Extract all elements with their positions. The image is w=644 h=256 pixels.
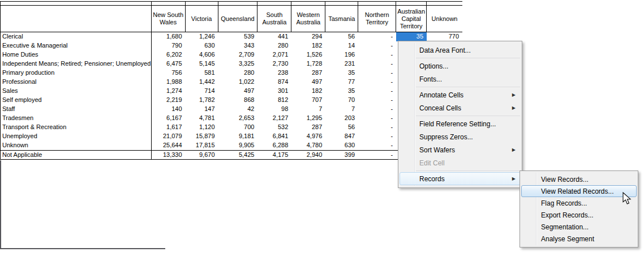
table-cell[interactable]: 203 [325,114,358,123]
table-cell[interactable]: 707 [291,96,325,105]
table-cell[interactable]: 147 [186,105,218,114]
row-label[interactable]: Clerical [1,32,152,41]
table-cell[interactable]: 56 [325,32,358,41]
table-cell[interactable]: 238 [257,69,291,78]
table-cell[interactable]: 2,653 [218,114,258,123]
table-cell[interactable]: 1,617 [152,123,186,132]
table-cell[interactable]: 2,219 [152,96,186,105]
table-cell[interactable]: 399 [325,151,358,159]
table-cell[interactable]: 497 [291,78,325,87]
column-header-victoria[interactable]: Victoria [186,6,218,32]
row-label[interactable]: Tradesmen [1,114,152,123]
table-cell[interactable]: - [358,41,396,50]
column-header-tasmania[interactable]: Tasmania [325,6,358,32]
submenu-item-export-records[interactable]: Export Records... [521,209,637,221]
table-cell[interactable]: 756 [152,69,186,78]
table-cell[interactable]: - [358,141,396,150]
menu-item-suppress-zeros[interactable]: Suppress Zeros... [400,130,521,143]
table-cell[interactable]: 1,274 [152,87,186,96]
table-cell[interactable]: 1,442 [186,78,218,87]
table-cell[interactable]: 7 [325,105,358,114]
column-header-australian-capital-territory[interactable]: Australian Capital Territory [396,6,427,32]
table-cell[interactable]: 714 [186,87,218,96]
table-cell[interactable]: 21,079 [152,132,186,141]
table-cell[interactable]: 3,325 [218,59,258,69]
table-cell[interactable]: 9,905 [218,141,258,150]
table-cell[interactable]: 6,288 [257,141,291,150]
table-cell[interactable]: 231 [325,59,358,69]
menu-item-options[interactable]: Options... [400,59,521,72]
table-cell[interactable]: 1,120 [186,123,218,132]
row-label[interactable]: Sales [1,87,152,96]
table-cell[interactable]: 6,841 [257,132,291,141]
column-header-south-australia[interactable]: South Australia [257,6,291,32]
table-cell[interactable]: - [358,87,396,96]
table-cell[interactable]: 2,071 [257,50,291,59]
table-cell[interactable]: 4,781 [186,114,218,123]
table-cell[interactable]: 1,988 [152,78,186,87]
table-cell[interactable]: - [358,132,396,141]
row-label[interactable]: Not Applicable [1,151,152,159]
table-cell[interactable]: 2,127 [257,114,291,123]
table-cell[interactable]: - [358,69,396,78]
table-cell[interactable]: 15,879 [186,132,218,141]
table-cell[interactable]: 25,644 [152,141,186,150]
menu-item-annotate-cells[interactable]: Annotate Cells▶ [400,88,521,101]
table-cell[interactable]: 1,680 [152,32,186,41]
table-cell[interactable]: 9,670 [186,151,218,159]
table-cell[interactable]: 868 [218,96,258,105]
table-cell[interactable]: 441 [257,32,291,41]
table-cell[interactable]: 13,330 [152,151,186,159]
column-header-unknown[interactable]: Unknown [427,6,462,32]
table-cell[interactable]: 343 [218,41,258,50]
table-cell[interactable]: 497 [218,87,258,96]
table-cell[interactable]: 35 [325,69,358,78]
menu-item-records[interactable]: Records▶ [400,172,521,185]
row-label[interactable]: Professional [1,78,152,87]
menu-item-fonts[interactable]: Fonts... [400,72,521,86]
table-cell[interactable]: - [358,32,396,41]
submenu-item-view-related-records[interactable]: View Related Records... [521,185,637,197]
row-label[interactable]: Home Duties [1,50,152,59]
table-cell[interactable]: 182 [291,41,325,50]
table-cell[interactable]: 56 [325,123,358,132]
table-cell[interactable]: 581 [186,69,218,78]
table-cell[interactable]: 1,295 [291,114,325,123]
table-cell[interactable]: 1,728 [291,59,325,69]
table-cell[interactable]: 98 [257,105,291,114]
table-cell[interactable]: 6,202 [152,50,186,59]
table-cell[interactable]: 874 [257,78,291,87]
table-cell[interactable]: 5,425 [218,151,258,159]
table-cell[interactable]: 812 [257,96,291,105]
menu-item-sort-wafers[interactable]: Sort Wafers▶ [400,143,521,156]
submenu-item-view-records[interactable]: View Records... [521,173,637,185]
table-cell[interactable]: - [358,96,396,105]
row-label[interactable]: Primary production [1,69,152,78]
table-cell[interactable]: 287 [291,123,325,132]
row-label[interactable]: Self employed [1,96,152,105]
table-cell[interactable]: 630 [325,141,358,150]
row-label[interactable]: Staff [1,105,152,114]
row-label[interactable]: Unknown [1,141,152,150]
table-cell[interactable]: 4,976 [291,132,325,141]
table-cell[interactable]: 301 [257,87,291,96]
table-cell[interactable]: 140 [152,105,186,114]
table-cell[interactable]: 790 [152,41,186,50]
table-cell[interactable]: - [358,123,396,132]
table-cell[interactable]: - [358,50,396,59]
row-label[interactable]: Executive & Managerial [1,41,152,50]
table-cell[interactable]: 1,782 [186,96,218,105]
table-cell[interactable]: 35 [325,87,358,96]
table-cell[interactable]: 4,780 [291,141,325,150]
submenu-item-segmentation[interactable]: Segmentation... [521,221,637,233]
table-cell[interactable]: 287 [291,69,325,78]
table-cell[interactable]: 5,145 [186,59,218,69]
table-cell[interactable]: 2,709 [218,50,258,59]
table-cell[interactable]: 9,181 [218,132,258,141]
table-cell[interactable]: 2,730 [257,59,291,69]
table-cell[interactable]: 4,175 [257,151,291,159]
menu-item-data-area-font[interactable]: Data Area Font... [400,44,521,57]
column-header-queensland[interactable]: Queensland [218,6,258,32]
selected-cell[interactable]: 35 [396,32,427,41]
table-cell[interactable]: 700 [218,123,258,132]
